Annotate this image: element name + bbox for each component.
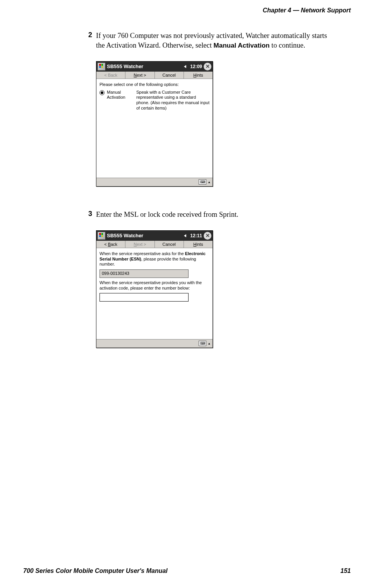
toolbar: < Back Next > Cancel Hints — [96, 72, 213, 79]
speaker-icon[interactable] — [184, 64, 189, 69]
cancel-button[interactable]: Cancel — [155, 241, 184, 248]
page-content: 2 If your 760 Computer was not previousl… — [85, 31, 337, 371]
sip-arrow-icon[interactable]: ▴ — [207, 341, 211, 346]
hints-button[interactable]: Hints — [184, 241, 213, 248]
step-text: Enter the MSL or lock code received from… — [96, 210, 238, 219]
option-manual-activation[interactable]: Manual Activation Speak with a Customer … — [100, 90, 209, 111]
step-text: If your 760 Computer was not previously … — [96, 31, 337, 50]
step-number: 2 — [85, 31, 96, 50]
hints-button[interactable]: Hints — [184, 72, 213, 79]
option-label-line2: Activation — [107, 95, 134, 100]
toolbar: < Back Next > Cancel Hints — [96, 241, 213, 248]
step-2: 2 If your 760 Computer was not previousl… — [85, 31, 337, 50]
esn-paragraph: When the service representative asks for… — [100, 251, 209, 267]
activation-code-input[interactable] — [100, 293, 189, 302]
back-rest: ack — [111, 242, 117, 247]
cancel-button[interactable]: Cancel — [155, 72, 184, 79]
clock: 12:11 — [190, 233, 202, 238]
screenshot-1-container: SB555 Watcher 12:09 ✕ < Back Next > Canc… — [96, 61, 337, 187]
bottom-bar: ⌨ ▴ — [96, 339, 213, 348]
sip-arrow-icon[interactable]: ▴ — [207, 179, 211, 185]
back-underline: B — [108, 242, 111, 247]
option-label-line1: Manual — [107, 90, 134, 95]
start-flag-icon[interactable] — [98, 63, 105, 70]
activation-code-paragraph: When the service representative provides… — [100, 280, 209, 291]
esn-readonly-field: 099-00130243 — [100, 269, 189, 278]
footer-left: 700 Series Color Mobile Computer User's … — [23, 567, 168, 574]
step-2-text-b: to continue. — [269, 41, 305, 49]
back-button[interactable]: < Back — [96, 241, 125, 248]
speaker-icon[interactable] — [184, 233, 189, 238]
back-pre: < — [104, 242, 108, 247]
window-title: SB555 Watcher — [107, 63, 184, 69]
next-rest: ext > — [137, 242, 146, 247]
next-button[interactable]: Next > — [125, 72, 154, 79]
step-3: 3 Enter the MSL or lock code received fr… — [85, 210, 337, 219]
titlebar: SB555 Watcher 12:11 ✕ — [96, 231, 213, 241]
bottom-bar: ⌨ ▴ — [96, 178, 213, 186]
dialog-body: Please select one of the following optio… — [96, 79, 213, 178]
close-icon[interactable]: ✕ — [204, 232, 211, 240]
keyboard-icon[interactable]: ⌨ — [199, 179, 206, 185]
radio-selected-icon[interactable] — [100, 90, 105, 95]
back-button: < Back — [96, 72, 125, 79]
page-header: Chapter 4 — Network Support — [262, 7, 351, 14]
start-flag-icon[interactable] — [98, 232, 105, 240]
hints-rest: ints — [196, 242, 203, 247]
screenshot-2-container: SB555 Watcher 12:11 ✕ < Back Next > Canc… — [96, 230, 337, 348]
window-title: SB555 Watcher — [107, 233, 184, 238]
option-label: Manual Activation — [107, 90, 134, 101]
next-rest: ext > — [137, 73, 146, 77]
next-button: Next > — [125, 241, 154, 248]
option-description: Speak with a Customer Care representativ… — [136, 90, 209, 111]
step-2-bold: Manual Activation — [214, 42, 270, 49]
hints-rest: ints — [196, 73, 203, 77]
titlebar: SB555 Watcher 12:09 ✕ — [96, 62, 213, 72]
clock: 12:09 — [190, 64, 202, 69]
step-number: 3 — [85, 210, 96, 219]
screenshot-2: SB555 Watcher 12:11 ✕ < Back Next > Canc… — [96, 230, 213, 348]
dialog-body: When the service representative asks for… — [96, 248, 213, 339]
screenshot-1: SB555 Watcher 12:09 ✕ < Back Next > Canc… — [96, 61, 213, 187]
footer-page-number: 151 — [340, 567, 351, 574]
close-icon[interactable]: ✕ — [204, 63, 211, 70]
prompt-text: Please select one of the following optio… — [100, 82, 209, 87]
keyboard-icon[interactable]: ⌨ — [199, 341, 206, 346]
esn-para-a: When the service representative asks for… — [100, 251, 185, 256]
